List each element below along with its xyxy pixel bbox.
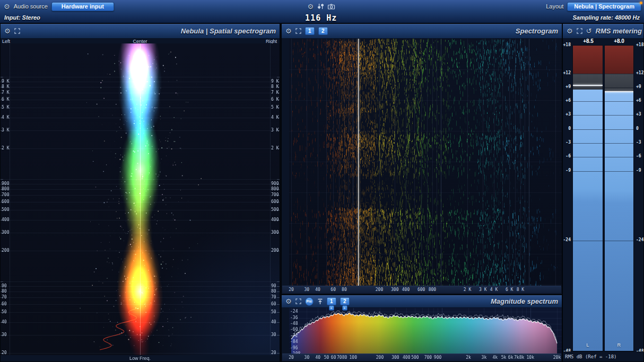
pre-post-button[interactable]: Pre (305, 297, 314, 306)
freq-axis-label: 6 K (506, 288, 513, 292)
fullscreen-icon[interactable] (14, 28, 20, 34)
freq-axis-label: 40 (315, 288, 320, 292)
meter-scale-left: +18+12+9+6+30-3-6-9-24-48 (563, 45, 572, 351)
meter-peak-line (605, 91, 633, 92)
left-meter-value: +8.5 (579, 38, 598, 44)
magnitude-spectrum-display[interactable]: -24-36-48-60-72-84-96-108 (289, 308, 562, 355)
spectrogram-display[interactable] (289, 39, 562, 287)
freq-axis-label: 30 (304, 288, 309, 292)
layer-2-add-button[interactable]: + (342, 305, 347, 311)
meter-tickline (605, 74, 633, 74)
layer-1-button[interactable]: 1 (305, 27, 315, 35)
freq-axis-label: 40 (315, 356, 320, 360)
freq-axis-label: 600 (417, 288, 425, 292)
freq-axis-label: 8k (519, 356, 525, 360)
meter-scale-label: -9 (636, 169, 641, 173)
audio-source-group: ⚙ Audio source Hardware input (4, 2, 114, 11)
spectrogram-panel-header: ⚙ 1 2 Spectrogram (282, 24, 562, 39)
meter-headroom-zone (605, 74, 633, 92)
meter-tickline (573, 87, 603, 88)
frequency-readout: 116 Hz (305, 13, 337, 23)
freq-axis-label: 20 (289, 356, 294, 360)
freq-axis-label: 400 (402, 288, 410, 292)
meter-scale-right: +18+12+9+6+30-3-6-9-24-48 (635, 45, 644, 351)
meter-scale-label: -3 (565, 140, 571, 145)
global-settings-icon[interactable]: ⚙ (308, 3, 314, 10)
layer-2-button[interactable]: 2 (340, 297, 350, 305)
meter-red-zone (605, 46, 633, 74)
layer-1-add-button[interactable]: + (329, 305, 334, 311)
layout-label: Layout (546, 3, 563, 10)
meter-scale-label: -24 (563, 238, 571, 242)
stereo-position-labels: Left Center Right (1, 39, 280, 43)
layout-preset-button[interactable]: Nebula | Spectrogram (567, 2, 641, 11)
fullscreen-icon[interactable] (577, 28, 582, 34)
meter-tickline (605, 87, 633, 88)
freq-axis-label: 70 (337, 356, 342, 360)
layer-1-group: 1 + (327, 297, 336, 305)
meter-tickline (573, 241, 603, 241)
meter-tickline (605, 115, 633, 116)
mixer-icon[interactable] (317, 3, 324, 10)
spatial-settings-icon[interactable]: ⚙ (4, 28, 11, 34)
fullscreen-icon[interactable] (295, 298, 301, 304)
meter-scale-label: +12 (563, 71, 571, 75)
freq-axis-label: 100 (349, 356, 356, 360)
meter-tickline (605, 241, 633, 241)
status-dot (640, 2, 642, 4)
meter-tickline (573, 74, 603, 74)
freq-axis-label: 8 K (517, 288, 524, 292)
meter-scale-label: +3 (565, 112, 571, 117)
freq-axis-label: 3k (482, 356, 487, 360)
freq-axis-label: 200 (376, 356, 384, 360)
input-channels-label: Input: Stereo (4, 14, 40, 21)
meter-scale-label: +12 (636, 71, 643, 75)
freq-axis-label: 80 (342, 288, 347, 292)
meter-scale-label: 0 (568, 127, 571, 131)
meter-scale-label: +6 (565, 99, 571, 103)
magnitude-panel-title: Magnitude spectrum (491, 297, 558, 305)
hardware-input-button[interactable]: Hardware input (51, 2, 114, 11)
peak-hold-icon[interactable] (317, 298, 323, 305)
meter-tickline (573, 143, 603, 144)
meter-tickline (573, 115, 603, 116)
spatial-spectrogram-panel: ⚙ Nebula | Spatial spectrogram Left Cent… (0, 23, 280, 362)
freq-axis-label: 2k (466, 356, 471, 360)
meter-values-row: +8.5 +8.0 (563, 38, 643, 45)
meter-scale-label: -6 (636, 154, 641, 158)
magnitude-settings-icon[interactable]: ⚙ (285, 298, 292, 305)
meter-tickline (605, 157, 633, 157)
freq-axis-label: 400 (403, 356, 410, 360)
meter-tickline (573, 101, 603, 102)
fullscreen-icon[interactable] (295, 28, 301, 34)
rms-panel-header: ⚙ ↺ RMS metering (563, 24, 643, 39)
meter-red-zone (573, 46, 603, 74)
meter-tickline (605, 129, 633, 130)
freq-axis-label: 200 (376, 288, 383, 292)
rms-metering-panel: ⚙ ↺ RMS metering +8.5 +8.0 +18+12+9+6+30… (562, 23, 644, 362)
global-controls-group: ⚙ (308, 2, 335, 11)
spectrogram-settings-icon[interactable]: ⚙ (285, 28, 292, 34)
audio-settings-icon[interactable]: ⚙ (4, 3, 10, 10)
freq-axis-label: 7k (514, 356, 519, 360)
meter-scale-label: +3 (636, 112, 641, 117)
meter-tickline (573, 157, 603, 157)
snapshot-icon[interactable] (327, 4, 335, 10)
meter-scale-label: -3 (636, 140, 641, 145)
layer-2-button[interactable]: 2 (318, 27, 328, 35)
right-meter-bar: R (604, 45, 634, 351)
meter-scale-label: 0 (636, 127, 639, 131)
spectrogram-frequency-axis: 20304060802003004006008002 K3 K4 K6 K8 K (282, 286, 561, 293)
magnitude-frequency-axis: 203040506070801002003004005007009002k3k4… (282, 354, 561, 361)
freq-axis-label: 50 (324, 356, 329, 360)
layer-1-button[interactable]: 1 (327, 297, 336, 305)
rms-reference-label: RMS dB (Ref = -18) (563, 351, 643, 361)
meter-scale-label: +9 (636, 85, 641, 89)
reset-icon[interactable]: ↺ (586, 28, 592, 34)
freq-axis-label: 60 (331, 356, 336, 360)
rms-settings-icon[interactable]: ⚙ (567, 28, 573, 34)
spatial-spectrogram-display[interactable]: 9 K9 K8 K8 K7 K7 K6 K6 K5 K5 K4 K4 K3 K3… (1, 43, 280, 355)
meter-tickline (605, 101, 633, 102)
sampling-rate-label: Sampling rate: 48000 Hz (572, 14, 640, 21)
spectrogram-panel: ⚙ 1 2 Spectrogram 2030406080200300400600… (281, 23, 562, 295)
